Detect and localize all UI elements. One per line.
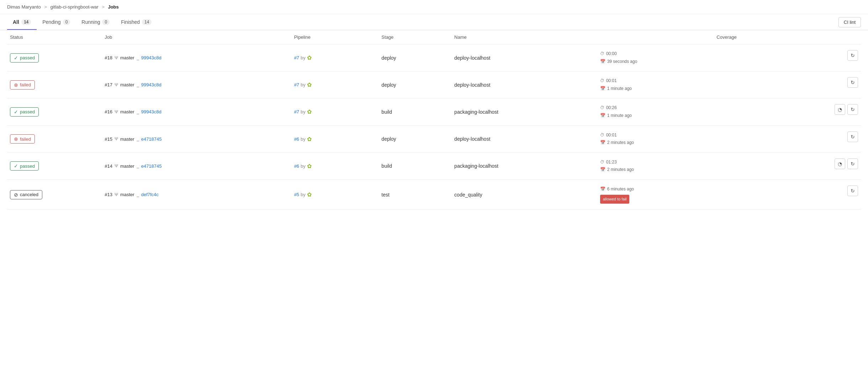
actions-cell-0: ↻: [801, 44, 861, 66]
pipeline-user-icon-5: ✿: [307, 191, 312, 198]
timing-cell-0: ⏱00:00📅39 seconds ago: [597, 44, 714, 71]
pipeline-user-icon-3: ✿: [307, 136, 312, 143]
clock-icon-3: ⏱: [600, 131, 604, 139]
tab-running[interactable]: Running0: [76, 14, 115, 30]
stage-cell-4: build: [379, 152, 451, 179]
tab-badge-pending: 0: [63, 19, 70, 25]
retry-button-1[interactable]: ↻: [847, 77, 858, 88]
pipeline-cell-5: #5 by ✿: [291, 179, 379, 209]
commit-link-5[interactable]: def7fc4c: [141, 192, 159, 197]
col-header-coverage: Coverage: [714, 30, 801, 44]
timing-cell-3: ⏱00:01📅2 minutes ago: [597, 125, 714, 152]
coverage-cell-2: [714, 98, 801, 125]
pipeline-link-0[interactable]: #7: [294, 55, 299, 60]
status-badge-4: ✓ passed: [10, 161, 39, 171]
tab-all[interactable]: All14: [7, 14, 37, 30]
name-cell-0: deploy-localhost: [451, 44, 597, 71]
pipeline-user-icon-0: ✿: [307, 54, 312, 61]
pipeline-link-1[interactable]: #7: [294, 82, 299, 87]
tabs-bar: All14Pending0Running0Finished14 CI lint: [0, 14, 868, 30]
pipeline-link-5[interactable]: #5: [294, 192, 299, 197]
tab-pending[interactable]: Pending0: [37, 14, 76, 30]
status-label-3: failed: [20, 136, 31, 142]
pipeline-link-3[interactable]: #6: [294, 136, 299, 142]
table-row: ✓ passed #16 Ψ master ⎯ 99943c8d #7 by ✿…: [7, 98, 861, 125]
pipeline-cell-1: #7 by ✿: [291, 71, 379, 98]
tab-label-finished: Finished: [121, 19, 140, 25]
branch-icon-3: Ψ: [115, 136, 118, 141]
breadcrumb-repo[interactable]: gitlab-ci-springboot-war: [50, 4, 98, 10]
commit-link-2[interactable]: 99943c8d: [141, 109, 162, 114]
job-cell-4: #14 Ψ master ⎯ e4718745: [102, 152, 291, 179]
coverage-cell-1: [714, 71, 801, 98]
pipeline-cell-3: #6 by ✿: [291, 125, 379, 152]
table-row: ⊘ canceled #13 Ψ master ⎯ def7fc4c #5 by…: [7, 179, 861, 209]
col-header-job: Job: [102, 30, 291, 44]
pipeline-link-2[interactable]: #7: [294, 109, 299, 114]
status-icon-4: ✓: [14, 163, 18, 169]
stage-cell-3: deploy: [379, 125, 451, 152]
status-label-1: failed: [20, 82, 31, 87]
coverage-cell-4: [714, 152, 801, 179]
table-row: ✓ passed #14 Ψ master ⎯ e4718745 #6 by ✿…: [7, 152, 861, 179]
name-cell-5: code_quality: [451, 179, 597, 209]
tab-label-all: All: [13, 19, 19, 25]
timing-cell-1: ⏱00:01📅1 minute ago: [597, 71, 714, 98]
status-label-2: passed: [20, 109, 35, 114]
breadcrumb-sep1: >: [44, 4, 47, 10]
pipeline-cell-0: #7 by ✿: [291, 44, 379, 71]
commit-icon-5: ⎯: [137, 192, 139, 197]
branch-icon-2: Ψ: [115, 109, 118, 114]
job-name-5: code_quality: [454, 192, 482, 198]
actions-cell-2: ◔↻: [801, 98, 861, 120]
ci-lint-button[interactable]: CI lint: [838, 17, 861, 27]
breadcrumb-user[interactable]: Dimas Maryanto: [7, 4, 41, 10]
status-badge-1: ⊗ failed: [10, 80, 35, 90]
branch-name-0: master: [120, 55, 134, 60]
pipeline-cell-4: #6 by ✿: [291, 152, 379, 179]
col-header-timing: [597, 30, 714, 44]
stage-cell-1: deploy: [379, 71, 451, 98]
coverage-cell-5: [714, 179, 801, 209]
status-cell-4: ✓ passed: [7, 152, 102, 179]
stage-name-5: test: [381, 192, 390, 198]
status-badge-2: ✓ passed: [10, 107, 39, 117]
browse-button-2[interactable]: ◔: [835, 104, 845, 115]
job-cell-5: #13 Ψ master ⎯ def7fc4c: [102, 179, 291, 209]
job-cell-2: #16 Ψ master ⎯ 99943c8d: [102, 98, 291, 125]
job-number-3: #15: [105, 136, 112, 142]
actions-cell-3: ↻: [801, 126, 861, 148]
name-cell-2: packaging-localhost: [451, 98, 597, 125]
table-row: ✓ passed #18 Ψ master ⎯ 99943c8d #7 by ✿…: [7, 44, 861, 71]
coverage-cell-0: [714, 44, 801, 71]
retry-button-0[interactable]: ↻: [847, 50, 858, 61]
status-badge-0: ✓ passed: [10, 53, 39, 63]
commit-link-3[interactable]: e4718745: [141, 136, 162, 142]
pipeline-link-4[interactable]: #6: [294, 163, 299, 169]
retry-button-3[interactable]: ↻: [847, 131, 858, 142]
browse-button-4[interactable]: ◔: [835, 158, 845, 169]
retry-button-4[interactable]: ↻: [847, 158, 858, 169]
status-icon-2: ✓: [14, 109, 18, 115]
retry-button-5[interactable]: ↻: [847, 186, 858, 196]
coverage-cell-3: [714, 125, 801, 152]
clock-icon-0: ⏱: [600, 50, 604, 58]
commit-icon-0: ⎯: [137, 55, 139, 60]
table-header-row: Status Job Pipeline Stage Name Coverage: [7, 30, 861, 44]
table-row: ⊗ failed #17 Ψ master ⎯ 99943c8d #7 by ✿…: [7, 71, 861, 98]
status-cell-5: ⊘ canceled: [7, 179, 102, 209]
branch-name-5: master: [120, 192, 134, 197]
status-cell-0: ✓ passed: [7, 44, 102, 71]
commit-link-1[interactable]: 99943c8d: [141, 82, 162, 87]
clock-icon-4: ⏱: [600, 158, 604, 166]
retry-button-2[interactable]: ↻: [847, 104, 858, 115]
table-container: Status Job Pipeline Stage Name Coverage …: [0, 30, 868, 210]
tab-finished[interactable]: Finished14: [115, 14, 157, 30]
commit-link-0[interactable]: 99943c8d: [141, 55, 162, 60]
time-ago-5: 6 minutes ago: [607, 186, 634, 193]
job-name-1: deploy-localhost: [454, 82, 490, 88]
table-row: ⊗ failed #15 Ψ master ⎯ e4718745 #6 by ✿…: [7, 125, 861, 152]
commit-link-4[interactable]: e4718745: [141, 163, 162, 169]
stage-cell-2: build: [379, 98, 451, 125]
status-label-5: canceled: [20, 192, 38, 197]
